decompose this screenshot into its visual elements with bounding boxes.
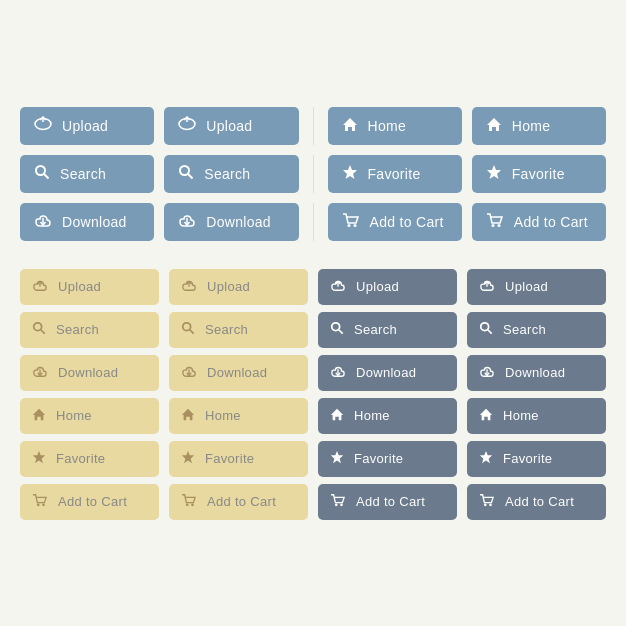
fav-yellow-label-2: Favorite: [205, 451, 254, 466]
upload-blue-label-1: Upload: [62, 118, 108, 134]
download-dark-label-1: Download: [356, 365, 416, 380]
home-blue-btn-1[interactable]: Home: [328, 107, 462, 145]
download-blue-btn-2[interactable]: Download: [164, 203, 298, 241]
home-blue-label-1: Home: [368, 118, 407, 134]
download-icon-2: [178, 212, 196, 232]
home-icon-2: [486, 116, 502, 136]
search-yellow-label-2: Search: [205, 322, 248, 337]
upload-y-icon-2: [181, 278, 197, 295]
fav-dark-btn-1[interactable]: Favorite: [318, 441, 457, 477]
upload-yellow-label-1: Upload: [58, 279, 101, 294]
search-dark-btn-2[interactable]: Search: [467, 312, 606, 348]
star-icon-1: [342, 164, 358, 184]
cart-yellow-btn-1[interactable]: Add to Cart: [20, 484, 159, 520]
search-icon-2: [178, 164, 194, 184]
fav-blue-btn-2[interactable]: Favorite: [472, 155, 606, 193]
svg-point-20: [34, 323, 42, 331]
dark-row-cart: Add to Cart Add to Cart: [318, 484, 606, 520]
home-yellow-btn-2[interactable]: Home: [169, 398, 308, 434]
svg-marker-11: [487, 165, 501, 179]
download-blue-btn-1[interactable]: Download: [20, 203, 154, 241]
cart-blue-label-2: Add to Cart: [514, 214, 588, 230]
cart-yellow-btn-2[interactable]: Add to Cart: [169, 484, 308, 520]
upload-dark-label-2: Upload: [505, 279, 548, 294]
svg-point-15: [353, 224, 356, 227]
cart-icon-1: [342, 212, 360, 232]
svg-marker-28: [33, 451, 45, 463]
search-y-icon-2: [181, 321, 195, 338]
home-dark-label-2: Home: [503, 408, 539, 423]
home-d-icon-2: [479, 407, 493, 424]
search-dark-label-1: Search: [354, 322, 397, 337]
download-dark-btn-1[interactable]: Download: [318, 355, 457, 391]
search-d-icon-2: [479, 321, 493, 338]
fav-yellow-btn-2[interactable]: Favorite: [169, 441, 308, 477]
upload-dark-btn-2[interactable]: Upload: [467, 269, 606, 305]
download-yellow-btn-1[interactable]: Download: [20, 355, 159, 391]
home-yellow-btn-1[interactable]: Home: [20, 398, 159, 434]
search-blue-btn-2[interactable]: Search: [164, 155, 298, 193]
fav-yellow-btn-1[interactable]: Favorite: [20, 441, 159, 477]
search-blue-label-2: Search: [204, 166, 250, 182]
svg-point-49: [489, 504, 492, 507]
svg-marker-44: [331, 451, 343, 463]
svg-point-8: [180, 166, 189, 175]
svg-point-6: [36, 166, 45, 175]
top-row-1: Upload Upload Home: [20, 107, 606, 145]
download-yellow-label-2: Download: [207, 365, 267, 380]
svg-marker-10: [343, 165, 357, 179]
download-icon-1: [34, 212, 52, 232]
cart-blue-label-1: Add to Cart: [370, 214, 444, 230]
home-yellow-label-2: Home: [205, 408, 241, 423]
section-divider: [20, 251, 606, 259]
yellow-row-home: Home Home: [20, 398, 308, 434]
home-y-icon-2: [181, 407, 195, 424]
search-yellow-btn-1[interactable]: Search: [20, 312, 159, 348]
yellow-row-download: Download Download: [20, 355, 308, 391]
divider: [313, 203, 314, 241]
cart-blue-btn-1[interactable]: Add to Cart: [328, 203, 462, 241]
home-dark-btn-1[interactable]: Home: [318, 398, 457, 434]
upload-dark-btn-1[interactable]: Upload: [318, 269, 457, 305]
bottom-section: Upload Upload: [20, 269, 606, 520]
home-dark-label-1: Home: [354, 408, 390, 423]
upload-yellow-btn-1[interactable]: Upload: [20, 269, 159, 305]
svg-marker-43: [480, 409, 492, 420]
cart-y-icon-1: [32, 493, 48, 510]
top-row-2: Search Search Favorite: [20, 155, 606, 193]
search-blue-btn-1[interactable]: Search: [20, 155, 154, 193]
home-blue-btn-2[interactable]: Home: [472, 107, 606, 145]
cart-dark-btn-2[interactable]: Add to Cart: [467, 484, 606, 520]
cart-yellow-label-2: Add to Cart: [207, 494, 276, 509]
fav-blue-btn-1[interactable]: Favorite: [328, 155, 462, 193]
svg-marker-42: [331, 409, 343, 420]
search-dark-btn-1[interactable]: Search: [318, 312, 457, 348]
fav-dark-label-2: Favorite: [503, 451, 552, 466]
yellow-row-search: Search Search: [20, 312, 308, 348]
cart-dark-btn-1[interactable]: Add to Cart: [318, 484, 457, 520]
download-dark-label-2: Download: [505, 365, 565, 380]
fav-blue-label-2: Favorite: [512, 166, 565, 182]
yellow-row-fav: Favorite Favorite: [20, 441, 308, 477]
svg-line-9: [188, 174, 193, 179]
svg-line-37: [339, 330, 343, 334]
star-d-icon-1: [330, 450, 344, 467]
upload-yellow-btn-2[interactable]: Upload: [169, 269, 308, 305]
home-dark-btn-2[interactable]: Home: [467, 398, 606, 434]
search-y-icon-1: [32, 321, 46, 338]
star-d-icon-2: [479, 450, 493, 467]
download-yellow-btn-2[interactable]: Download: [169, 355, 308, 391]
upload-blue-btn-2[interactable]: Upload: [164, 107, 298, 145]
fav-dark-btn-2[interactable]: Favorite: [467, 441, 606, 477]
svg-point-30: [37, 504, 40, 507]
upload-blue-btn-1[interactable]: Upload: [20, 107, 154, 145]
svg-line-21: [41, 330, 45, 334]
download-yellow-label-1: Download: [58, 365, 118, 380]
dark-row-download: Download Download: [318, 355, 606, 391]
download-dark-btn-2[interactable]: Download: [467, 355, 606, 391]
upload-icon-2: [178, 116, 196, 136]
yellow-row-cart: Add to Cart Add to Cart: [20, 484, 308, 520]
search-yellow-btn-2[interactable]: Search: [169, 312, 308, 348]
download-y-icon-1: [32, 364, 48, 381]
cart-blue-btn-2[interactable]: Add to Cart: [472, 203, 606, 241]
